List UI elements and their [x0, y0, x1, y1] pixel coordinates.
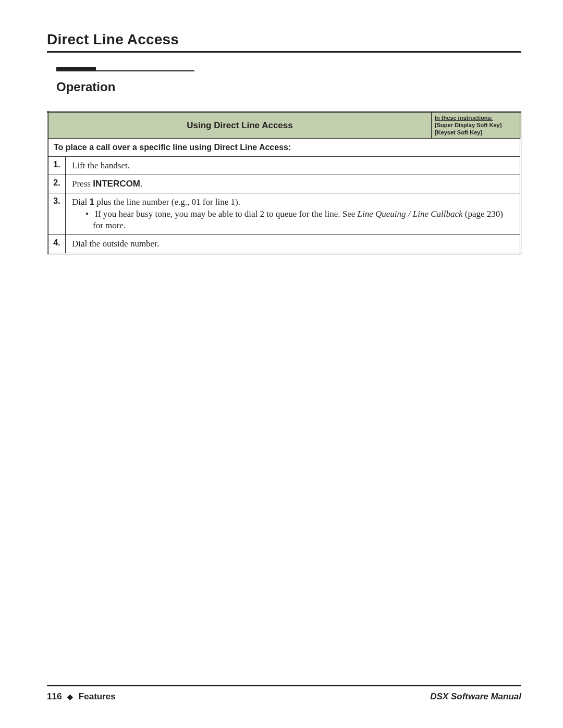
instructions-legend: In these instructions: [Super Display So…	[431, 113, 520, 138]
table-subheading: To place a call over a specific line usi…	[48, 139, 521, 157]
page-footer: 116 ◆ Features DSX Software Manual	[47, 685, 521, 702]
footer-section: Features	[79, 692, 116, 701]
manual-title: DSX Software Manual	[430, 692, 521, 702]
step-bullet: If you hear busy tone, you may be able t…	[72, 208, 515, 231]
legend-heading: In these instructions:	[435, 115, 493, 121]
procedure-table: Using Direct Line Access In these instru…	[47, 111, 521, 254]
footer-divider	[47, 685, 521, 686]
table-subheading-row: To place a call over a specific line usi…	[48, 139, 521, 157]
manual-page: Direct Line Access Operation Using Direc…	[0, 0, 563, 728]
legend-line-1: [Super Display Soft Key]	[435, 122, 501, 128]
footer-left: 116 ◆ Features	[47, 692, 116, 702]
step-text: Dial 1 plus the line number (e.g., 01 fo…	[66, 193, 521, 235]
page-number: 116	[47, 692, 62, 701]
table-row: 4. Dial the outside number.	[48, 235, 521, 253]
table-row: 3. Dial 1 plus the line number (e.g., 01…	[48, 193, 521, 235]
table-header-row: Using Direct Line Access In these instru…	[48, 112, 521, 139]
table-row: 2. Press INTERCOM.	[48, 175, 521, 193]
section-header: Operation	[56, 67, 521, 94]
step-text: Press INTERCOM.	[66, 175, 521, 193]
legend-line-2: [Keyset Soft Key]	[435, 129, 482, 135]
table-title: Using Direct Line Access	[48, 113, 431, 138]
decor-bar-thin	[56, 70, 194, 71]
step-number: 2.	[48, 175, 66, 193]
table-row: 1. Lift the handset.	[48, 157, 521, 175]
step-number: 4.	[48, 235, 66, 253]
diamond-icon: ◆	[67, 693, 73, 701]
step-text: Dial the outside number.	[66, 235, 521, 253]
section-title: Operation	[56, 80, 521, 94]
step-number: 1.	[48, 157, 66, 175]
title-divider	[47, 51, 521, 53]
step-number: 3.	[48, 193, 66, 235]
page-title: Direct Line Access	[47, 31, 521, 48]
step-text: Lift the handset.	[66, 157, 521, 175]
